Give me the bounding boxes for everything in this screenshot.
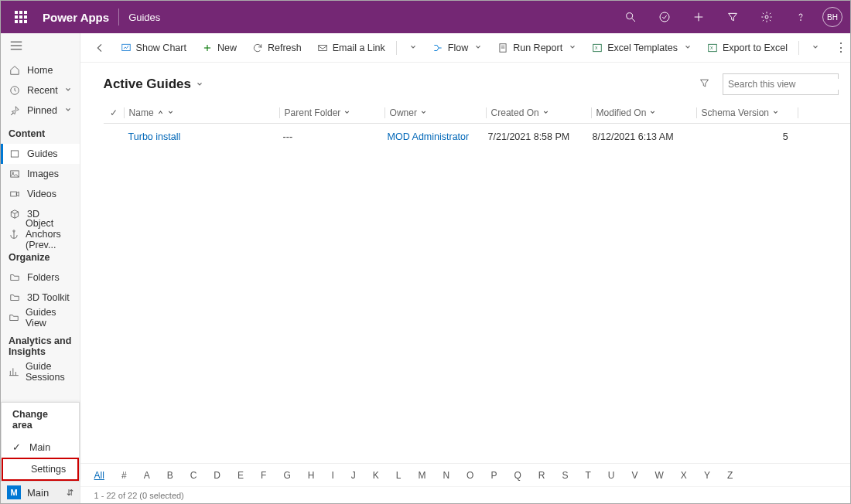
alpha-letter[interactable]: A [144,470,150,481]
svg-point-15 [13,230,15,232]
nav-label: Videos [27,189,56,199]
command-bar: Show Chart New Refresh Email a Link Flow [80,33,851,63]
alpha-letter[interactable]: Z [727,470,733,481]
cmd-label: Show Chart [136,43,186,53]
filter-icon[interactable] [720,5,745,29]
col-modified[interactable]: Modified On [592,107,696,118]
nav-label: Images [27,169,59,179]
cmd-new[interactable]: New [196,39,243,56]
nav-home[interactable]: Home [1,60,80,80]
col-schema[interactable]: Schema Version [697,107,798,118]
row-name[interactable]: Turbo install [124,131,279,142]
add-icon[interactable] [686,5,711,29]
cmd-flow[interactable]: Flow [426,39,488,56]
select-all[interactable]: ✓ [104,107,124,118]
alpha-letter[interactable]: Y [704,470,710,481]
alpha-hash[interactable]: # [121,470,127,481]
cmd-email-link-dropdown[interactable] [402,39,423,56]
alpha-letter[interactable]: N [443,470,449,481]
nav-images[interactable]: Images [1,164,80,184]
nav-recent[interactable]: Recent [1,80,80,100]
nav-videos[interactable]: Videos [1,184,80,204]
group-analytics: Analytics and Insights [1,328,80,362]
cmd-label: Excel Templates [607,43,678,53]
filter-button[interactable] [695,74,713,94]
search-input[interactable] [728,79,844,90]
view-title[interactable]: Active Guides [104,77,203,92]
back-button[interactable] [88,42,111,54]
alpha-letter[interactable]: O [467,470,473,481]
col-created[interactable]: Created On [487,107,591,118]
table-row[interactable]: Turbo install --- MOD Administrator 7/21… [104,124,851,150]
search-box[interactable] [723,73,839,95]
folder-icon [9,312,19,324]
cmd-export-excel-dropdown[interactable] [804,39,825,56]
main: Show Chart New Refresh Email a Link Flow [80,33,851,503]
nav-guides[interactable]: Guides [1,144,80,164]
alpha-letter[interactable]: U [608,470,615,481]
alpha-letter[interactable]: S [562,470,568,481]
alpha-letter[interactable]: L [396,470,402,481]
cmd-run-report[interactable]: Run Report [491,39,583,56]
alpha-letter[interactable]: K [373,470,379,481]
alpha-letter[interactable]: Q [514,470,521,481]
cmd-more[interactable]: ⋮ [829,40,851,55]
alpha-letter[interactable]: E [238,470,244,481]
nav-label: Pinned [27,105,57,116]
assist-icon[interactable] [652,5,677,29]
row-owner[interactable]: MOD Administrator [383,131,484,142]
view-title-text: Active Guides [104,77,191,92]
area-option-main[interactable]: ✓ Main [2,437,79,458]
alpha-letter[interactable]: I [331,470,333,481]
svg-line-1 [632,19,635,22]
user-avatar[interactable]: BH [822,7,842,27]
guides-icon [9,148,21,160]
area-switcher[interactable]: M Main ⇵ [1,482,80,503]
cmd-refresh[interactable]: Refresh [246,39,308,56]
col-parent-folder[interactable]: Parent Folder [280,107,384,118]
svg-rect-11 [11,151,18,157]
app-name: Power Apps [43,11,109,24]
nav-guide-sessions[interactable]: Guide Sessions [1,362,80,382]
alpha-letter[interactable]: P [490,470,497,481]
alpha-letter[interactable]: R [538,470,545,481]
alpha-letter[interactable]: J [351,470,356,481]
cmd-label: Run Report [513,43,562,53]
status-bar: 1 - 22 of 22 (0 selected) [80,486,851,503]
alpha-letter[interactable]: X [681,470,687,481]
cmd-email-link[interactable]: Email a Link [311,39,391,56]
alpha-letter[interactable]: G [283,470,290,481]
alpha-letter[interactable]: B [167,470,173,481]
search-icon[interactable] [618,5,643,29]
nav-pinned[interactable]: Pinned [1,100,80,121]
sidebar-toggle[interactable] [1,33,80,60]
col-owner[interactable]: Owner [385,107,486,118]
gear-icon[interactable] [754,5,779,29]
cmd-excel-templates[interactable]: X Excel Templates [586,39,698,56]
col-name[interactable]: Name [125,107,279,118]
alpha-letter[interactable]: C [190,470,197,481]
alpha-letter[interactable]: F [261,470,266,481]
cmd-export-excel[interactable]: X Export to Excel [701,39,794,56]
cmd-show-chart[interactable]: Show Chart [114,39,193,56]
app-launcher[interactable] [9,5,33,29]
alpha-letter[interactable]: W [655,470,664,481]
chevron-down-icon [64,105,72,116]
nav-guides-view[interactable]: Guides View [1,308,80,328]
subapp-name: Guides [128,12,160,23]
alpha-all[interactable]: All [94,470,104,481]
nav-3d-toolkit[interactable]: 3D Toolkit [1,288,80,308]
chevron-down-icon [167,107,174,118]
nav-folders[interactable]: Folders [1,267,80,288]
help-icon[interactable] [788,5,813,29]
alpha-letter[interactable]: V [632,470,638,481]
nav-object-anchors[interactable]: Object Anchors (Prev... [1,224,80,244]
alpha-letter[interactable]: M [418,470,426,481]
alpha-letter[interactable]: D [214,470,220,481]
header-divider [118,9,119,26]
cmd-label: Flow [448,43,468,53]
area-option-label: Settings [31,464,66,475]
alpha-letter[interactable]: H [308,470,315,481]
alpha-letter[interactable]: T [586,470,591,481]
area-option-settings[interactable]: Settings [2,458,79,481]
